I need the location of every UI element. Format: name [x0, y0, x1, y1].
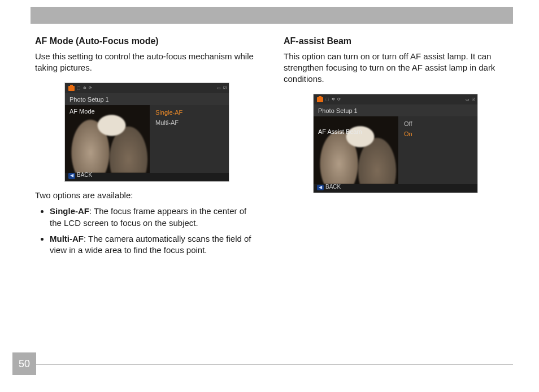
back-chip-icon-2: ◀ — [317, 185, 324, 191]
lcd-tab-strip: ⬚ ✲ ⟳ ▭ ☑ — [65, 83, 229, 93]
bullet-multi-af-name: Multi-AF — [50, 234, 84, 243]
tab2-icon-5: ▭ — [466, 96, 470, 103]
af-mode-desc: Use this setting to control the auto-foc… — [35, 51, 259, 74]
lcd2-setting-label: AF Assist Beam — [318, 128, 362, 136]
tab-icon-4: ⟳ — [89, 85, 92, 92]
lcd-options: Single-AF Multi-AF — [150, 105, 229, 173]
back-chip-icon: ◀ — [68, 173, 75, 179]
af-assist-lcd: ⬚ ✲ ⟳ ▭ ☑ Photo Setup 1 AF Assist Beam O… — [313, 94, 478, 193]
lcd-menu-title: Photo Setup 1 — [65, 93, 229, 105]
manual-page: AF Mode (Auto-Focus mode) Use this setti… — [0, 0, 539, 392]
lcd2-options: Off On — [398, 116, 477, 184]
camera-tab-icon-2 — [317, 96, 323, 103]
footer-rule — [36, 364, 513, 365]
camera-tab-icon — [68, 85, 75, 92]
tab2-icon-4: ⟳ — [337, 96, 341, 103]
tab-icon-2: ⬚ — [77, 85, 81, 92]
back-label: BACK — [77, 172, 92, 178]
tab2-icon-3: ✲ — [332, 96, 335, 103]
af-assist-heading: AF-assist Beam — [284, 35, 507, 47]
tab2-icon-2: ⬚ — [325, 96, 329, 103]
options-intro: Two options are available: — [35, 190, 259, 201]
tab2-icon-6: ☑ — [472, 96, 475, 103]
lcd-option-single-af: Single-AF — [155, 107, 223, 117]
tab-icon-5: ▭ — [217, 85, 221, 92]
tab-icon-3: ✲ — [83, 85, 86, 92]
right-column: AF-assist Beam This option can turn on o… — [284, 35, 507, 341]
lcd2-back-hint: ◀BACK — [317, 183, 341, 191]
header-grey-bar — [31, 7, 513, 24]
lcd2-option-on: On — [404, 129, 472, 139]
lcd2-option-off: Off — [404, 119, 472, 129]
page-number: 50 — [12, 352, 36, 375]
content-columns: AF Mode (Auto-Focus mode) Use this setti… — [35, 35, 507, 341]
back-label-2: BACK — [325, 184, 341, 190]
lcd-tab-strip-2: ⬚ ✲ ⟳ ▭ ☑ — [314, 94, 477, 104]
af-mode-heading: AF Mode (Auto-Focus mode) — [35, 35, 259, 47]
af-assist-desc: This option can turn on or turn off AF a… — [284, 51, 507, 85]
lcd-setting-label: AF Mode — [69, 107, 95, 116]
bullet-single-af-name: Single-AF — [50, 206, 89, 216]
bullet-single-af: Single-AF: The focus frame appears in th… — [50, 206, 259, 229]
lcd-option-multi-af: Multi-AF — [155, 117, 223, 128]
bullet-multi-af: Multi-AF: The camera automatically scans… — [50, 233, 259, 256]
af-mode-lcd: ⬚ ✲ ⟳ ▭ ☑ Photo Setup 1 AF Mode Single-A… — [64, 82, 229, 182]
left-column: AF Mode (Auto-Focus mode) Use this setti… — [35, 35, 259, 341]
tab-icon-6: ☑ — [223, 85, 227, 92]
af-mode-bullets: Single-AF: The focus frame appears in th… — [35, 206, 259, 256]
lcd-back-hint: ◀BACK — [68, 171, 92, 179]
lcd2-menu-title: Photo Setup 1 — [314, 104, 477, 116]
